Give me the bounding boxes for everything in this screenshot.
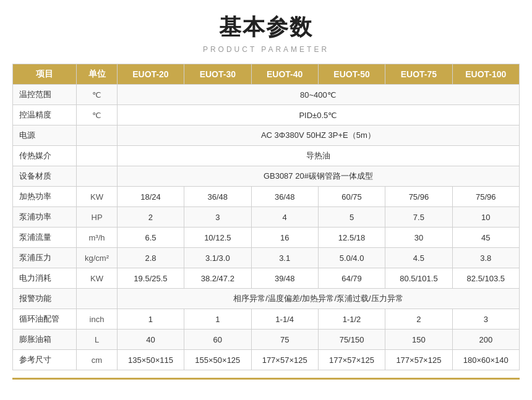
cell-6-2: 4 (251, 207, 318, 228)
row-label-8: 泵浦压力 (13, 248, 77, 268)
cell-11-4: 2 (385, 309, 452, 330)
row-span-value-1: PID±0.5℃ (117, 105, 519, 126)
cell-9-2: 39/48 (251, 268, 318, 289)
table-row: 报警功能相序异常/温度偏差/加热异常/泵浦过载/压力异常 (13, 289, 520, 309)
cell-6-3: 5 (318, 207, 385, 228)
table-row: 泵浦压力kg/cm²2.83.1/3.03.15.0/4.04.53.8 (13, 248, 520, 268)
row-label-9: 电力消耗 (13, 268, 77, 289)
row-label-10: 报警功能 (13, 289, 77, 309)
cell-13-2: 177×57×125 (251, 350, 318, 370)
cell-13-0: 135×50×115 (117, 350, 184, 370)
cell-8-1: 3.1/3.0 (184, 248, 251, 268)
row-unit-0: ℃ (77, 85, 118, 105)
cell-5-3: 60/75 (318, 187, 385, 207)
table-row: 膨胀油箱L40607575/150150200 (13, 330, 520, 350)
row-span-value-10: 相序异常/温度偏差/加热异常/泵浦过载/压力异常 (117, 289, 519, 309)
row-label-12: 膨胀油箱 (13, 330, 77, 350)
table-row: 加热功率KW18/2436/4836/4860/7575/9675/96 (13, 187, 520, 207)
row-label-5: 加热功率 (13, 187, 77, 207)
cell-8-3: 5.0/4.0 (318, 248, 385, 268)
table-row: 泵浦功率HP23457.510 (13, 207, 520, 228)
cell-11-0: 1 (117, 309, 184, 330)
row-unit-12: L (77, 330, 118, 350)
row-label-2: 电源 (13, 126, 77, 146)
table-row: 电源AC 3Φ380V 50HZ 3P+E（5m） (13, 126, 520, 146)
row-unit-13: cm (77, 350, 118, 370)
cell-7-0: 6.5 (117, 228, 184, 248)
page-subtitle: PRODUCT PARAMETER (203, 45, 329, 54)
cell-13-4: 177×57×125 (385, 350, 452, 370)
row-unit-4 (77, 166, 118, 187)
row-span-value-3: 导热油 (117, 146, 519, 166)
row-label-6: 泵浦功率 (13, 207, 77, 228)
row-label-7: 泵浦流量 (13, 228, 77, 248)
row-unit-1: ℃ (77, 105, 118, 126)
row-unit-11: inch (77, 309, 118, 330)
cell-12-5: 200 (452, 330, 519, 350)
column-header-5: EUOT-50 (318, 64, 385, 85)
row-label-11: 循环油配管 (13, 309, 77, 330)
cell-13-3: 177×57×125 (318, 350, 385, 370)
parameter-table: 项目单位EUOT-20EUOT-30EUOT-40EUOT-50EUOT-75E… (12, 64, 520, 370)
column-header-6: EUOT-75 (385, 64, 452, 85)
cell-11-5: 3 (452, 309, 519, 330)
table-row: 控温精度℃PID±0.5℃ (13, 105, 520, 126)
cell-8-4: 4.5 (385, 248, 452, 268)
cell-13-1: 155×50×125 (184, 350, 251, 370)
cell-8-5: 3.8 (452, 248, 519, 268)
cell-5-1: 36/48 (184, 187, 251, 207)
cell-5-0: 18/24 (117, 187, 184, 207)
row-label-13: 参考尺寸 (13, 350, 77, 370)
cell-8-2: 3.1 (251, 248, 318, 268)
cell-9-1: 38.2/47.2 (184, 268, 251, 289)
cell-12-1: 60 (184, 330, 251, 350)
row-unit-6: HP (77, 207, 118, 228)
row-label-1: 控温精度 (13, 105, 77, 126)
row-span-value-2: AC 3Φ380V 50HZ 3P+E（5m） (117, 126, 519, 146)
cell-9-3: 64/79 (318, 268, 385, 289)
row-unit-2 (77, 126, 118, 146)
cell-9-4: 80.5/101.5 (385, 268, 452, 289)
cell-5-4: 75/96 (385, 187, 452, 207)
cell-7-2: 16 (251, 228, 318, 248)
row-unit-7: m³/h (77, 228, 118, 248)
row-unit-10 (77, 289, 118, 309)
cell-6-1: 3 (184, 207, 251, 228)
column-header-4: EUOT-40 (251, 64, 318, 85)
cell-12-4: 150 (385, 330, 452, 350)
page-title: 基本参数 (219, 12, 313, 43)
column-header-0: 项目 (13, 64, 77, 85)
cell-9-0: 19.5/25.5 (117, 268, 184, 289)
row-span-value-0: 80~400℃ (117, 85, 519, 105)
column-header-2: EUOT-20 (117, 64, 184, 85)
row-label-0: 温控范围 (13, 85, 77, 105)
table-row: 设备材质GB3087 20#碳钢管路一体成型 (13, 166, 520, 187)
cell-12-3: 75/150 (318, 330, 385, 350)
cell-5-5: 75/96 (452, 187, 519, 207)
row-unit-3 (77, 146, 118, 166)
cell-6-0: 2 (117, 207, 184, 228)
row-label-3: 传热媒介 (13, 146, 77, 166)
bottom-line (12, 378, 520, 380)
cell-12-0: 40 (117, 330, 184, 350)
cell-7-4: 30 (385, 228, 452, 248)
row-unit-9: KW (77, 268, 118, 289)
cell-7-1: 10/12.5 (184, 228, 251, 248)
table-row: 泵浦流量m³/h6.510/12.51612.5/183045 (13, 228, 520, 248)
row-label-4: 设备材质 (13, 166, 77, 187)
cell-11-1: 1 (184, 309, 251, 330)
row-unit-5: KW (77, 187, 118, 207)
cell-8-0: 2.8 (117, 248, 184, 268)
table-row: 温控范围℃80~400℃ (13, 85, 520, 105)
column-header-1: 单位 (77, 64, 118, 85)
column-header-7: EUOT-100 (452, 64, 519, 85)
table-row: 参考尺寸cm135×50×115155×50×125177×57×125177×… (13, 350, 520, 370)
column-header-3: EUOT-30 (184, 64, 251, 85)
row-span-value-4: GB3087 20#碳钢管路一体成型 (117, 166, 519, 187)
cell-9-5: 82.5/103.5 (452, 268, 519, 289)
table-row: 循环油配管inch111-1/41-1/223 (13, 309, 520, 330)
cell-11-3: 1-1/2 (318, 309, 385, 330)
table-row: 传热媒介导热油 (13, 146, 520, 166)
cell-6-4: 7.5 (385, 207, 452, 228)
cell-7-5: 45 (452, 228, 519, 248)
